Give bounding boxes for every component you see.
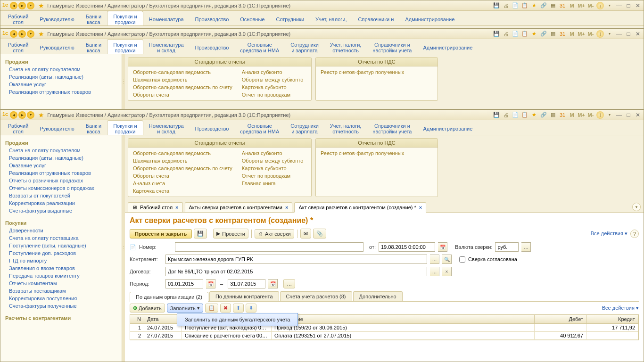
info-icon[interactable]: i: [596, 30, 604, 38]
link-icon[interactable]: 🔗: [540, 111, 547, 119]
menu-production[interactable]: Производство: [190, 39, 235, 54]
select-button[interactable]: …: [521, 242, 531, 252]
clipboard-icon[interactable]: 📋: [521, 2, 528, 9]
select-button[interactable]: …: [430, 267, 439, 276]
nav-link[interactable]: Возвраты поставщикам: [2, 287, 120, 295]
agreed-checkbox[interactable]: [459, 256, 465, 263]
tab-close-icon[interactable]: ×: [419, 205, 422, 210]
nav-link[interactable]: Заявления о ввозе товаров: [2, 264, 120, 272]
nav-link[interactable]: Счета на оплату поставщика: [2, 234, 120, 242]
m-minus-button[interactable]: M-: [587, 2, 594, 9]
add-row-button[interactable]: ⊕Добавить: [130, 304, 165, 313]
save-icon[interactable]: 💾: [493, 111, 500, 119]
menu-employees[interactable]: Сотрудникии зарплата: [285, 39, 324, 54]
nav-link[interactable]: Передача товаров комитенту: [2, 272, 120, 280]
date-input[interactable]: [379, 242, 435, 252]
close-button[interactable]: ✕: [634, 111, 642, 119]
grid-header-n[interactable]: N: [130, 315, 144, 323]
report-link[interactable]: Обороты между субконто: [242, 157, 303, 165]
print-icon[interactable]: 🖨: [502, 30, 510, 38]
calc-icon[interactable]: ▦: [549, 111, 557, 119]
report-link[interactable]: Обороты счета: [133, 91, 232, 99]
menu-references[interactable]: Справочники инастройки учета: [367, 39, 417, 54]
menu-production[interactable]: Производство: [190, 11, 235, 25]
info-dd[interactable]: ▼: [606, 2, 613, 9]
report-link[interactable]: Анализ субконто: [242, 68, 303, 76]
period-select-button[interactable]: …: [283, 279, 295, 288]
all-actions-link[interactable]: Все действия ▾: [602, 305, 639, 311]
menu-assets[interactable]: Основныесредства и НМА: [234, 39, 285, 54]
m-button[interactable]: M: [568, 2, 576, 9]
menu-nomenclature[interactable]: Номенклатураи склад: [143, 120, 190, 135]
nav-link[interactable]: ГТД по импорту: [2, 257, 120, 264]
post-and-close-button[interactable]: Провести и закрыть: [130, 229, 192, 239]
favorite-icon[interactable]: ★: [38, 111, 44, 119]
partner-input[interactable]: [165, 255, 427, 264]
report-link[interactable]: Реестр счетов-фактур полученных: [321, 149, 404, 157]
contract-input[interactable]: [165, 267, 427, 276]
menu-nomenclature[interactable]: Номенклатура: [143, 11, 190, 25]
nav-link[interactable]: Счета-фактуры полученные: [2, 302, 120, 310]
favorite-icon[interactable]: ★: [38, 30, 44, 38]
report-link[interactable]: Отчет по проводкам: [242, 172, 303, 180]
calendar-button[interactable]: 📅: [438, 242, 447, 252]
info-dd[interactable]: ▼: [606, 111, 613, 119]
calc-icon[interactable]: ▦: [549, 30, 557, 38]
m-plus-button[interactable]: M+: [578, 30, 585, 38]
menu-desktop[interactable]: Рабочийстол: [2, 11, 34, 25]
tab-acts-list[interactable]: Акты сверки расчетов с контрагентами ×: [185, 202, 293, 212]
nav-link[interactable]: Корректировка поступления: [2, 295, 120, 302]
report-link[interactable]: Карточка счета: [133, 187, 232, 195]
nav-link[interactable]: Доверенности: [2, 227, 120, 234]
currency-input[interactable]: [495, 242, 519, 252]
menu-accounting[interactable]: Учет, налоги,отчетность: [324, 39, 367, 54]
calendar-icon[interactable]: 31: [559, 111, 566, 119]
nav-link[interactable]: Счета-фактуры выданные: [2, 207, 120, 214]
menu-accounting[interactable]: Учет, налоги,: [310, 11, 352, 25]
menu-admin[interactable]: Администрирование: [399, 11, 460, 25]
menu-assets[interactable]: Основные: [234, 11, 270, 25]
period-from-input[interactable]: [165, 279, 203, 288]
print-act-button[interactable]: 🖨Акт сверки: [255, 229, 294, 239]
period-to-input[interactable]: [228, 279, 265, 288]
doc-icon[interactable]: 📄: [512, 111, 519, 119]
tab-act-create[interactable]: Акт сверки расчетов с контрагентом (созд…: [294, 202, 426, 213]
m-plus-button[interactable]: M+: [578, 111, 585, 119]
menu-production[interactable]: Производство: [190, 120, 235, 135]
copy-row-button[interactable]: 📋: [205, 304, 218, 313]
minimize-button[interactable]: —: [615, 30, 623, 38]
nav-link[interactable]: Оказание услуг: [2, 162, 120, 169]
m-minus-button[interactable]: M-: [587, 111, 594, 119]
close-button[interactable]: ✕: [634, 2, 642, 9]
subtab-org-data[interactable]: По данным организации (2): [130, 292, 208, 302]
post-button[interactable]: ▶Провести: [213, 229, 248, 239]
save-icon[interactable]: 💾: [493, 2, 500, 9]
fill-button[interactable]: Заполнить ▾: [167, 304, 203, 313]
link-icon[interactable]: 🔗: [540, 30, 547, 38]
grid-header-date[interactable]: Дата: [144, 315, 182, 323]
report-link[interactable]: Главная книга: [242, 180, 303, 187]
report-link[interactable]: Оборотно-сальдовая ведомость по счету: [133, 165, 232, 172]
tab-close-icon[interactable]: ×: [285, 205, 288, 210]
save-button[interactable]: 💾: [194, 229, 207, 239]
report-link[interactable]: Шахматная ведомость: [133, 157, 232, 165]
help-button[interactable]: ?: [630, 230, 639, 238]
forward-button[interactable]: ►: [18, 30, 26, 38]
nav-link[interactable]: Поступление доп. расходов: [2, 249, 120, 257]
history-dropdown[interactable]: ▼: [27, 111, 34, 119]
maximize-button[interactable]: □: [625, 30, 632, 38]
menu-assets[interactable]: Основныесредства и НМА: [234, 120, 285, 135]
menu-bank[interactable]: Банк икасса: [80, 39, 107, 54]
grid-header-content[interactable]: ление: [272, 315, 535, 323]
report-link[interactable]: Карточка субконто: [242, 83, 303, 91]
forward-button[interactable]: ►: [18, 2, 26, 9]
menu-manager[interactable]: Руководителю: [34, 11, 80, 25]
grid-header-credit[interactable]: Кредит: [586, 315, 638, 323]
back-button[interactable]: ◄: [10, 111, 17, 119]
report-link[interactable]: Обороты счета: [133, 172, 232, 180]
minimize-button[interactable]: —: [615, 2, 623, 9]
nav-link[interactable]: Реализация (акты, накладные): [2, 73, 120, 81]
nav-link[interactable]: Реализация отгруженных товаров: [2, 88, 120, 96]
favorite-icon[interactable]: ★: [38, 2, 44, 9]
calendar-icon[interactable]: 31: [559, 30, 566, 38]
